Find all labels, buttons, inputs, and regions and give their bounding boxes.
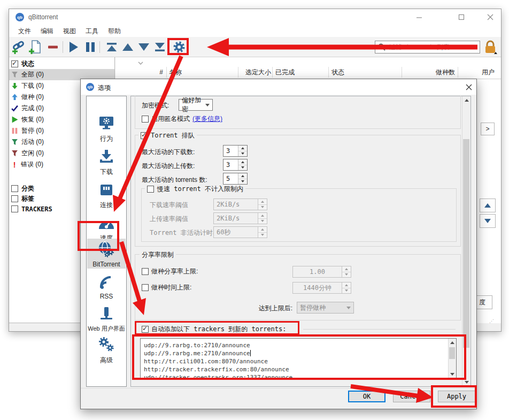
menu-edit[interactable]: 编辑 [36, 26, 58, 37]
scroll-down-icon[interactable] [449, 370, 456, 378]
cancel-button[interactable]: Cancel [393, 391, 430, 402]
category-downloads[interactable]: 下载 [87, 149, 126, 177]
move-top-icon[interactable] [104, 40, 119, 55]
share-ratio-header: 分享率限制 [140, 250, 176, 259]
seed-time-spinbox: 1440分钟 [292, 282, 351, 294]
pause-icon[interactable] [83, 40, 98, 55]
ok-button[interactable]: OK [348, 391, 385, 402]
max-torrents-spinbox[interactable]: 5 [223, 173, 248, 185]
textarea-scrollbar[interactable] [448, 339, 456, 378]
torrent-queueing-checkbox[interactable] [141, 132, 148, 139]
more-info-link[interactable]: (更多信息) [192, 114, 222, 124]
scroll-down-icon[interactable] [462, 378, 471, 386]
scroll-up-icon[interactable] [462, 96, 471, 104]
slow-torrents-header: 慢速 torrent 不计入限制内 [145, 185, 245, 194]
dialog-category-list: 行为 下载 连接 速度 [86, 96, 127, 387]
minimize-button[interactable] [411, 11, 427, 23]
category-rss[interactable]: RSS [87, 274, 126, 300]
arrow-up-blue-icon [11, 94, 18, 101]
anonymous-mode-checkbox[interactable] [142, 116, 149, 123]
dl-threshold-label: 下载速率阈值 [150, 201, 188, 210]
tracker-url: udp://tracker.opentrackr.org:1337/announ… [144, 374, 292, 379]
column-size[interactable]: 选定大小 [238, 66, 271, 79]
window-title: qBittorrent [28, 13, 58, 21]
expand-columns-button[interactable]: > [481, 123, 495, 135]
search-input[interactable] [388, 43, 480, 51]
move-down-icon[interactable] [136, 40, 151, 55]
torrent-filter-search [375, 41, 480, 54]
scrollbar-thumb[interactable] [463, 139, 469, 348]
advanced-icon [97, 336, 115, 353]
status-checkbox[interactable] [11, 60, 18, 67]
options-gear-icon[interactable] [172, 40, 187, 55]
max-downloads-spinbox[interactable]: 3 [223, 145, 248, 157]
trackers-textarea[interactable]: udp://9.rarbg.to:2710/announce udp://9.r… [140, 338, 457, 379]
seed-ratio-checkbox[interactable] [142, 268, 149, 275]
dl-threshold-spinbox: 2KiB/s [213, 198, 267, 210]
spin-up-icon[interactable] [238, 159, 247, 165]
encryption-mode-select[interactable]: 偏好加密 [179, 99, 213, 111]
menu-view[interactable]: 视图 [58, 26, 81, 37]
menu-file[interactable]: 文件 [13, 26, 36, 37]
spin-up-icon[interactable] [238, 173, 247, 179]
spin-down-icon[interactable] [238, 151, 247, 157]
options-dialog: qb 选项 行为 下载 连接 [80, 79, 477, 409]
resize-grip[interactable]: ⋰ [489, 318, 495, 324]
categories-checkbox[interactable] [11, 185, 18, 192]
downloads-icon [98, 149, 115, 165]
spin-down-icon[interactable] [238, 179, 247, 185]
move-bottom-icon[interactable] [152, 40, 167, 55]
max-uploads-spinbox[interactable]: 3 [223, 159, 248, 171]
category-behavior[interactable]: 行为 [87, 116, 126, 143]
column-seeds[interactable]: 做种数 [402, 66, 455, 79]
move-up-icon[interactable] [120, 40, 135, 55]
seed-ratio-spinbox: 1.00 [292, 266, 351, 278]
add-torrent-link-icon[interactable] [11, 40, 26, 55]
close-icon[interactable] [482, 11, 498, 23]
column-status[interactable]: 状态 [331, 66, 401, 79]
slow-torrents-checkbox[interactable] [147, 186, 154, 193]
menu-tools[interactable]: 工具 [81, 26, 103, 37]
encryption-label: 加密模式: [142, 101, 169, 110]
spin-down-icon[interactable] [238, 165, 247, 171]
add-torrent-file-icon[interactable] [28, 40, 43, 55]
tracker-url: udp://9.rarbg.to:2710/announce [144, 342, 250, 350]
delete-torrent-icon[interactable] [45, 40, 60, 55]
anonymous-mode-label: 启用匿名模式 [151, 114, 190, 124]
column-position[interactable]: # [115, 66, 166, 79]
dialog-close-icon[interactable] [462, 82, 475, 93]
auto-add-trackers-row: 自动添加以下 trackers 到新的 torrents: [142, 325, 287, 334]
lock-icon[interactable] [484, 40, 498, 56]
seed-time-row: 做种时间上限: [142, 283, 191, 292]
dialog-scrollbar[interactable] [462, 96, 471, 386]
check-icon [11, 105, 18, 112]
category-connection[interactable]: 连接 [87, 182, 126, 210]
maximize-button[interactable] [453, 11, 469, 23]
category-webui[interactable]: Web 用户界面 [87, 306, 126, 333]
toolbar-separator [99, 41, 100, 53]
apply-button[interactable]: Apply [438, 391, 475, 402]
scroll-up-button[interactable] [480, 198, 496, 212]
qbittorrent-logo-icon: qb [86, 83, 94, 91]
scroll-up-icon[interactable] [449, 339, 456, 347]
seed-ratio-row: 做种分享率上限: [142, 267, 198, 276]
menu-help[interactable]: 帮助 [103, 26, 126, 37]
spin-up-icon[interactable] [238, 146, 247, 151]
seed-time-checkbox[interactable] [142, 284, 149, 291]
webui-icon [98, 306, 115, 322]
category-bittorrent[interactable]: BitTorrent [87, 239, 126, 269]
limit-action-select: 暂停做种 [297, 302, 354, 314]
status-header-row[interactable]: 状态 [9, 58, 114, 70]
auto-add-trackers-checkbox[interactable] [142, 326, 149, 333]
trackers-checkbox[interactable] [11, 205, 18, 212]
toolbar-separator [63, 41, 63, 53]
resume-icon[interactable] [66, 40, 81, 55]
column-peers[interactable]: 用户 [458, 66, 498, 79]
scroll-down-button[interactable] [480, 214, 496, 228]
tags-checkbox[interactable] [11, 195, 18, 202]
scrollbar-thumb[interactable] [449, 347, 455, 359]
category-advanced[interactable]: 高级 [87, 336, 126, 365]
chevron-down-icon [346, 307, 351, 309]
limit-reached-label: 达到上限后: [239, 304, 292, 313]
column-done[interactable]: 已完成 [275, 66, 329, 79]
